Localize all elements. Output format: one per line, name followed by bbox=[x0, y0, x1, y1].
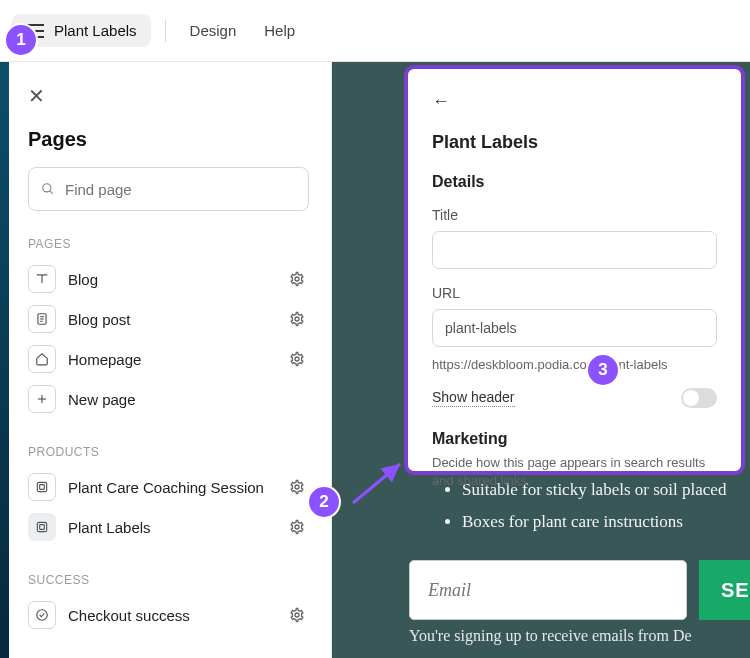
page-settings-panel: ← Plant Labels Details Title URL https:/… bbox=[404, 65, 745, 475]
home-icon bbox=[28, 345, 56, 373]
bullet-item: Boxes for plant care instructions bbox=[462, 506, 726, 538]
gear-icon[interactable] bbox=[285, 603, 309, 627]
sidebar-item-blog-post[interactable]: Blog post bbox=[28, 299, 309, 339]
page-label: Blog bbox=[68, 271, 273, 288]
check-icon bbox=[28, 601, 56, 629]
email-field[interactable] bbox=[409, 560, 687, 620]
svg-rect-15 bbox=[40, 525, 45, 530]
toggle-knob bbox=[683, 390, 699, 406]
email-row: SE bbox=[409, 560, 750, 620]
sidebar-item-blog[interactable]: Blog bbox=[28, 259, 309, 299]
sidebar-item-homepage[interactable]: Homepage bbox=[28, 339, 309, 379]
sidebar: ✕ Pages PAGES Blog Blog post Homepage Ne… bbox=[0, 62, 332, 658]
search-wrap[interactable] bbox=[28, 167, 309, 211]
page-label: Checkout success bbox=[68, 607, 273, 624]
sidebar-title: Pages bbox=[28, 128, 309, 151]
svg-point-18 bbox=[295, 613, 299, 617]
panel-title: Plant Labels bbox=[432, 132, 717, 153]
page-label: Plant Labels bbox=[68, 519, 273, 536]
title-label: Title bbox=[432, 207, 717, 223]
step-badge-3: 3 bbox=[586, 353, 620, 387]
nav-help[interactable]: Help bbox=[264, 22, 295, 39]
sidebar-item-plant-coaching[interactable]: Plant Care Coaching Session bbox=[28, 467, 309, 507]
sidebar-item-plant-labels[interactable]: Plant Labels bbox=[28, 507, 309, 547]
full-url: https://deskbloom.podia.com/plant-labels bbox=[432, 357, 717, 372]
section-label-pages: PAGES bbox=[28, 237, 309, 251]
show-header-toggle[interactable] bbox=[681, 388, 717, 408]
back-arrow-icon[interactable]: ← bbox=[432, 91, 450, 111]
gear-icon[interactable] bbox=[285, 267, 309, 291]
title-input[interactable] bbox=[432, 231, 717, 269]
page-label: Homepage bbox=[68, 351, 273, 368]
svg-point-16 bbox=[295, 525, 299, 529]
signup-note: You're signing up to receive emails from… bbox=[409, 627, 692, 645]
close-icon[interactable]: ✕ bbox=[28, 86, 309, 106]
page-label: Plant Care Coaching Session bbox=[68, 479, 273, 496]
marketing-heading: Marketing bbox=[432, 430, 717, 448]
svg-line-1 bbox=[50, 191, 53, 194]
svg-rect-12 bbox=[40, 485, 45, 490]
svg-point-17 bbox=[37, 610, 48, 621]
section-label-products: PRODUCTS bbox=[28, 445, 309, 459]
nav-design[interactable]: Design bbox=[190, 22, 237, 39]
topnav: Design Help bbox=[180, 22, 296, 39]
svg-point-7 bbox=[295, 317, 299, 321]
search-input[interactable] bbox=[65, 181, 296, 198]
show-header-label[interactable]: Show header bbox=[432, 389, 515, 407]
topbar: Plant Labels Design Help bbox=[0, 0, 750, 62]
sidebar-item-new-page[interactable]: New page bbox=[28, 379, 309, 419]
page-label: New page bbox=[68, 391, 309, 408]
search-icon bbox=[41, 182, 55, 196]
svg-point-13 bbox=[295, 485, 299, 489]
divider bbox=[165, 20, 166, 42]
svg-point-8 bbox=[295, 357, 299, 361]
plus-icon bbox=[28, 385, 56, 413]
svg-point-2 bbox=[295, 277, 299, 281]
gear-icon[interactable] bbox=[285, 475, 309, 499]
page-label: Blog post bbox=[68, 311, 273, 328]
step-badge-1: 1 bbox=[4, 23, 38, 57]
gear-icon[interactable] bbox=[285, 307, 309, 331]
svg-point-0 bbox=[43, 184, 51, 192]
svg-rect-14 bbox=[37, 522, 46, 531]
document-icon bbox=[28, 305, 56, 333]
preview-edge bbox=[0, 62, 9, 658]
details-heading: Details bbox=[432, 173, 717, 191]
gear-icon[interactable] bbox=[285, 347, 309, 371]
marketing-desc: Decide how this page appears in search r… bbox=[432, 454, 717, 490]
url-input[interactable] bbox=[432, 309, 717, 347]
step-badge-2: 2 bbox=[307, 485, 341, 519]
product-icon bbox=[28, 473, 56, 501]
send-button[interactable]: SE bbox=[699, 560, 750, 620]
page-chip-label: Plant Labels bbox=[54, 22, 137, 39]
section-label-success: SUCCESS bbox=[28, 573, 309, 587]
product-icon bbox=[28, 513, 56, 541]
gear-icon[interactable] bbox=[285, 515, 309, 539]
sidebar-item-checkout-success[interactable]: Checkout success bbox=[28, 595, 309, 635]
book-icon bbox=[28, 265, 56, 293]
svg-rect-11 bbox=[37, 482, 46, 491]
url-label: URL bbox=[432, 285, 717, 301]
